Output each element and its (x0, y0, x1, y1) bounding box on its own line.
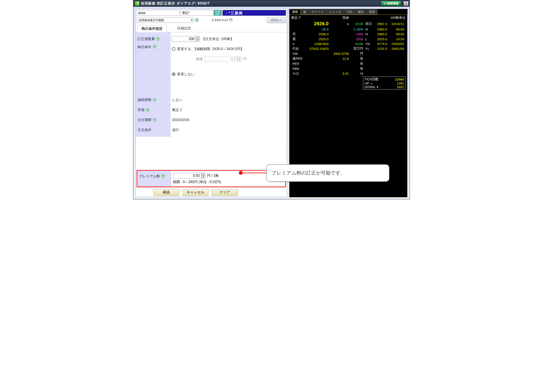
quote-cell (292, 27, 305, 31)
tick-count: 10968 (395, 77, 404, 81)
qty-label: 訂正後数量 (137, 37, 155, 41)
quote-cell: O (365, 27, 374, 31)
close-icon[interactable]: × (404, 1, 408, 6)
market-label: 市場 (137, 108, 144, 112)
change-no-radio[interactable] (172, 72, 175, 76)
help-icon[interactable]: ? (146, 108, 149, 112)
quote-cell: PBR (292, 66, 305, 71)
help-icon[interactable]: ? (161, 174, 165, 178)
quote-cell (389, 56, 405, 61)
tab-chart[interactable]: チャート (309, 9, 326, 15)
cancel-button[interactable]: キャンセル (182, 189, 209, 196)
stock-name-display: ・*三菱商 (222, 10, 286, 16)
quote-cell (365, 71, 374, 76)
exchange-input[interactable] (181, 10, 213, 16)
quote-cell: L (365, 37, 374, 41)
quote-cell (330, 46, 350, 51)
quote-cell: 2925.0 (305, 37, 329, 41)
quote-cell (374, 61, 388, 66)
window-title: 信用新規 売訂正発注 ダイアログ: 8058/T (141, 1, 210, 6)
confirm-button[interactable]: 確認 (153, 189, 179, 196)
quote-cell (374, 56, 388, 61)
order-cond-value: 成行 (172, 128, 179, 132)
order-form-pane: SOR OFF ・*三菱商 信用新規建玉可能額 ? 3,609,610 円 規制… (136, 9, 287, 197)
quote-cell: 24/05/02 (389, 42, 405, 46)
price-up-icon: ▲ (237, 56, 241, 59)
quote-cell (374, 71, 388, 76)
quote-cell: 2925.0 (374, 37, 388, 41)
help-icon[interactable]: ? (153, 45, 156, 49)
quote-cell: 代金 (292, 46, 305, 51)
quantity-stepper[interactable]: ▲▼ (172, 36, 200, 42)
tab-ts[interactable]: T&S (344, 9, 355, 15)
expire-value: 2024/10/16 (172, 118, 189, 122)
triangle-down-icon: ▼ (376, 85, 379, 89)
change-yes-radio[interactable] (172, 47, 175, 51)
quote-cell: 2983.0 (374, 32, 388, 36)
tab-board[interactable]: 板 (301, 9, 309, 15)
table-row: PBR倍 (292, 66, 405, 71)
tab-detail-settings[interactable]: 詳細設定 (173, 25, 195, 32)
triangle-up-icon: ▲ (370, 81, 373, 85)
quote-cell (330, 61, 350, 66)
limit-range-label: 【値幅制限: 2426.0～3426.0円】 (193, 47, 244, 51)
stock-code-input[interactable] (137, 10, 180, 16)
qty-down-icon[interactable]: ▼ (196, 39, 200, 42)
margin-type-select[interactable]: 信用新規建玉可能額 (137, 17, 194, 23)
quote-cell (330, 42, 350, 46)
quote-cell: 15:00 (350, 21, 364, 27)
quote-cell: 24/10/11 (389, 21, 405, 27)
order-cond-label: 注文条件 (137, 128, 152, 132)
quote-cell (330, 37, 350, 41)
exec-cond-label: 執行条件 (137, 45, 152, 50)
quote-cell: 2936.0 (305, 32, 329, 36)
restriction-button[interactable]: 規制あり (267, 17, 286, 23)
quote-cell: 1400 (350, 32, 364, 36)
quote-cell: 09:00 (389, 32, 405, 36)
quote-cell: 3775.0 (374, 42, 388, 46)
quote-cell: 2980.0 (374, 27, 388, 31)
quote-cell: 12887600 (305, 42, 329, 46)
change-yes-label: 変更する (177, 47, 191, 51)
help-icon[interactable]: ? (153, 98, 156, 102)
quote-cell: 倍 (350, 56, 364, 61)
tab-individual[interactable]: 個別 (355, 9, 366, 15)
quote-cell: 24/01/04 (389, 46, 405, 51)
tick-down-label: DOWN (365, 85, 375, 89)
premium-input[interactable] (173, 173, 201, 178)
quote-cell (389, 51, 405, 56)
table-row: 2926.0o15:00前日2961.524/10/11 (292, 21, 405, 27)
tab-credit[interactable]: 信用 (367, 9, 377, 15)
available-amount: 3,609,610 円 (200, 18, 233, 22)
stock-info-button[interactable]: ≪ 銘柄情報 (381, 1, 401, 6)
premium-down-icon[interactable]: ▼ (201, 176, 205, 178)
quote-cell: 3.41 (330, 71, 350, 76)
annotation-text: プレミアム料の訂正が可能です。 (272, 170, 345, 176)
annotation-line (241, 173, 267, 173)
title-bar: 信用新規 売訂正発注 ダイアログ: 8058/T ≪ 銘柄情報 × (133, 0, 410, 7)
tab-news[interactable]: ニュース (327, 9, 344, 15)
help-icon[interactable]: ? (195, 18, 199, 22)
quote-table: 2926.0o15:00前日2961.524/10/11-35.5-1.20%O… (291, 20, 406, 76)
help-icon[interactable]: ? (156, 37, 160, 41)
qty-up-icon[interactable]: ▲ (196, 36, 200, 39)
help-icon[interactable]: ? (153, 118, 156, 122)
premium-stepper[interactable]: ▲▼ (173, 173, 205, 178)
sor-badge[interactable]: SOR OFF (214, 10, 222, 16)
limit-price-input (205, 56, 237, 62)
market-value: 東証プ (172, 108, 182, 112)
tab-price[interactable]: 価格 (290, 9, 300, 15)
rp-exchange: 東証プ (291, 16, 301, 20)
table-row: V1288760015:00YH3775.024/05/02 (292, 42, 405, 46)
premium-up-icon[interactable]: ▲ (201, 173, 205, 176)
tick-up-label: UP (365, 81, 369, 85)
quantity-input[interactable] (172, 36, 196, 42)
quote-cell: 14:59 (389, 37, 405, 41)
table-row: 買2925.03200L2925.014:59 (292, 37, 405, 41)
tab-exec-conditions[interactable]: 執行条件指定 (137, 25, 167, 32)
rp-current-header: 現値 (342, 16, 349, 20)
quote-cell (365, 56, 374, 61)
price-adj-label: 値段調整 (137, 98, 152, 102)
clear-button[interactable]: クリア (212, 189, 238, 196)
quote-cell (365, 61, 374, 66)
